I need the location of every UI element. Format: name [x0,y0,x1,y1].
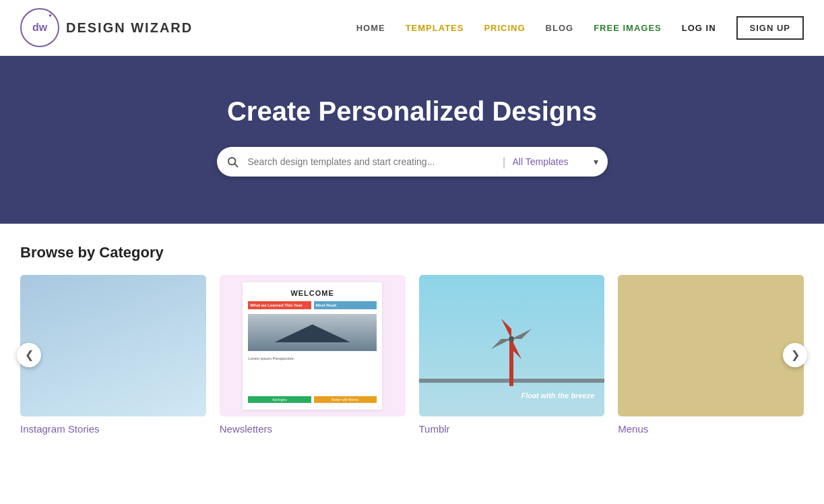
svg-line-1 [234,164,237,166]
hero-title: Create Personalized Designs [227,96,597,127]
logo-star: ✦ [48,13,53,19]
category-thumb-newsletters: WELCOME What we Learned This Year Most R… [220,275,406,416]
newsletters-thumb-bg: WELCOME What we Learned This Year Most R… [220,275,406,416]
nav-free-images[interactable]: FREE IMAGES [594,23,662,33]
category-card-instagram-stories[interactable]: WINTER WINTER WINTER Instagram Stories [20,275,206,435]
category-card-menus[interactable]: BREAKFAST FOOD & INGREDIENTS FOOD & INGR… [618,275,804,435]
logo-icon: dw ✦ [20,8,59,47]
nav-blog[interactable]: BLOG [546,23,574,33]
tumblr-thumb-bg: Float with the breeze [419,275,605,416]
carousel-items: WINTER WINTER WINTER Instagram Stories W… [20,275,804,435]
newsletter-welcome: WELCOME [248,289,377,297]
search-divider: | [499,155,510,169]
nav-templates[interactable]: TEMPLATES [406,23,464,33]
newsletter-mock: WELCOME What we Learned This Year Most R… [243,282,382,410]
category-thumb-menus: BREAKFAST FOOD & INGREDIENTS FOOD & INGR… [618,275,804,416]
svg-marker-4 [511,329,532,339]
header: dw ✦ DESIGN WIZARD HOME TEMPLATES PRICIN… [0,0,824,56]
carousel-prev-button[interactable]: ❮ [17,343,41,367]
logo-area[interactable]: dw ✦ DESIGN WIZARD [20,8,193,47]
dropdown-arrow-icon: ▾ [594,156,608,167]
template-filter-select[interactable]: All Templates Instagram Stories Newslett… [510,147,594,177]
carousel-next-button[interactable]: ❯ [783,343,807,367]
svg-marker-3 [501,319,511,339]
svg-point-7 [509,336,514,342]
category-card-newsletters[interactable]: WELCOME What we Learned This Year Most R… [220,275,406,435]
svg-marker-6 [491,339,511,349]
category-thumb-tumblr: Float with the breeze [419,275,605,416]
search-icon [217,156,248,168]
newsletter-body: Lorem ipsum Perspective [248,356,377,393]
main-nav: HOME TEMPLATES PRICING BLOG FREE IMAGES … [356,16,804,40]
signup-button[interactable]: SIGN UP [736,16,804,40]
nav-pricing[interactable]: PRICING [484,23,525,33]
logo-initials: dw [32,22,47,34]
nav-home[interactable]: HOME [356,23,385,33]
newsletter-better: Better with Money [314,396,377,403]
newsletter-footer: Apologies Better with Money [248,396,377,403]
newsletter-image [248,314,377,351]
browse-section: Browse by Category ❮ WINTER WINTER WINTE… [0,224,824,448]
category-card-tumblr[interactable]: Float with the breeze Tumblr [419,275,605,435]
category-label-newsletters[interactable]: Newsletters [220,423,272,435]
brand-name: DESIGN WIZARD [66,20,193,36]
nav-login[interactable]: LOG IN [682,23,716,33]
search-input[interactable] [248,147,499,177]
category-label-tumblr[interactable]: Tumblr [419,423,450,435]
category-label-menus[interactable]: Menus [618,423,648,435]
browse-title: Browse by Category [20,244,804,261]
menus-thumb-bg: BREAKFAST FOOD & INGREDIENTS FOOD & INGR… [618,275,804,416]
newsletter-apologies: Apologies [248,396,311,403]
category-carousel: ❮ WINTER WINTER WINTER Instagram Stori [20,275,804,435]
search-bar: | All Templates Instagram Stories Newsle… [217,147,608,177]
newsletter-col2: Most Read [314,301,377,309]
newsletter-col1: What we Learned This Year [248,301,311,309]
tumblr-caption: Float with the breeze [521,391,594,400]
instagram-thumb-bg: WINTER WINTER WINTER [20,275,206,416]
hero-section: Create Personalized Designs | All Templa… [0,56,824,224]
category-thumb-instagram-stories: WINTER WINTER WINTER [20,275,206,416]
category-label-instagram-stories[interactable]: Instagram Stories [20,423,100,435]
newsletter-header-row: What we Learned This Year Most Read [248,301,377,309]
